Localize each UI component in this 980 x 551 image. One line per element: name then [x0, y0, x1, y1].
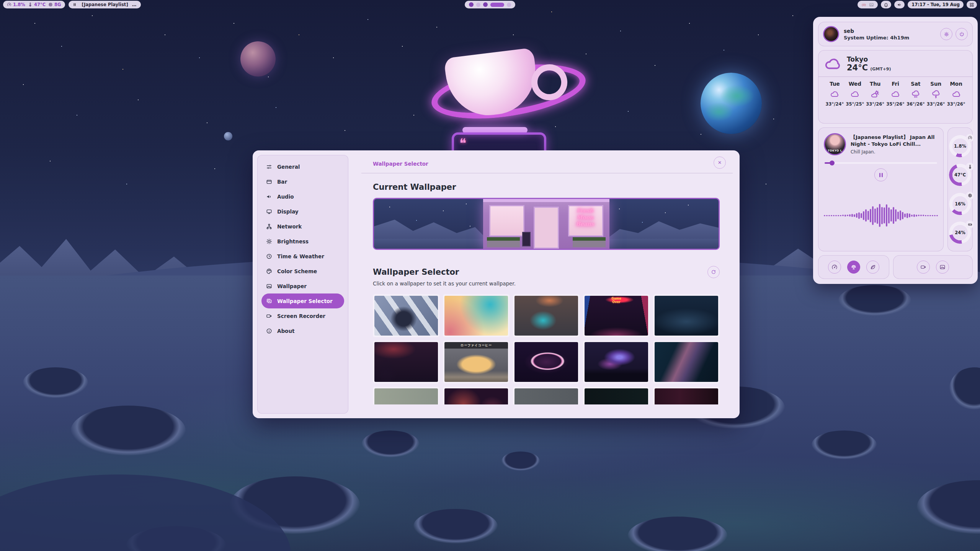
workspace-dot[interactable]: [483, 2, 488, 7]
sidebar-item-wallpaper[interactable]: Wallpaper: [261, 279, 344, 293]
wallpaper-tile[interactable]: [653, 387, 720, 404]
cloud-icon: [891, 90, 900, 99]
power-button[interactable]: [956, 28, 968, 40]
controller-tray-icon[interactable]: [861, 2, 866, 7]
current-wallpaper-preview[interactable]: Fresh Moon Beans: [373, 198, 720, 250]
wallpaper-thumbnail-crimson-forest: [374, 342, 438, 382]
gauge-icon: [7, 2, 11, 7]
wallpaper-tile[interactable]: ローファイコーヒー: [443, 341, 510, 383]
stat-ring-thermometer: 47°C: [949, 164, 971, 186]
power-profile-group: [818, 255, 889, 279]
bar-right-cluster: 17:17 - Tue, 19 Aug: [858, 1, 977, 8]
thermometer-icon: [28, 2, 33, 7]
disk-icon: [966, 220, 974, 228]
screen-record-button[interactable]: [917, 261, 930, 274]
sidebar-item-bar[interactable]: Bar: [261, 174, 344, 189]
wallpaper-tile[interactable]: [513, 294, 580, 337]
sidebar-item-color-scheme[interactable]: Color Scheme: [261, 264, 344, 279]
refresh-button[interactable]: [707, 266, 720, 278]
notifications-button[interactable]: [881, 1, 891, 8]
wallpaper-tile[interactable]: [653, 294, 720, 337]
quick-actions-row: [818, 255, 973, 279]
system-stats-chip[interactable]: 1.8% 47°C 8G: [3, 1, 65, 8]
refresh-icon: [711, 269, 716, 275]
storm-icon: [931, 90, 941, 99]
sidebar-item-wallpaper-selector[interactable]: Wallpaper Selector: [261, 293, 344, 308]
wallpaper-button[interactable]: [936, 261, 949, 274]
wallpaper-tile[interactable]: [373, 294, 439, 337]
wallpaper-thumbnail-lofi-coffee-shop: ローファイコーヒー: [444, 342, 508, 382]
system-tray[interactable]: [858, 1, 878, 8]
cloud-icon: [830, 90, 839, 99]
balanced-profile-button[interactable]: [847, 261, 860, 274]
sidebar-item-audio[interactable]: Audio: [261, 189, 344, 204]
stat-ring-chip: 16%: [949, 193, 971, 215]
divider: [361, 173, 733, 173]
purple-planet: [240, 41, 276, 77]
sidebar-item-about[interactable]: About: [261, 323, 344, 338]
cpu-usage: 1.8%: [13, 2, 25, 7]
performance-profile-button[interactable]: [828, 261, 841, 274]
pause-button[interactable]: [874, 168, 887, 181]
chip-icon: [48, 2, 53, 7]
workspace-dot[interactable]: [469, 2, 474, 7]
power-icon: [959, 31, 965, 37]
selector-header-row: Wallpaper Selector: [373, 266, 720, 278]
settings-main: Wallpaper Selector ✕ Current Wallpaper F…: [353, 150, 740, 418]
wallpaper-tile[interactable]: [583, 341, 650, 383]
cafe-window-left: [489, 205, 524, 236]
wallpaper-tile[interactable]: [513, 387, 580, 404]
media-player-chip[interactable]: 【Japanese Playlist】 J...: [69, 1, 141, 8]
sidebar-item-display[interactable]: Display: [261, 204, 344, 219]
chip-icon: [966, 192, 974, 200]
sidebar-item-brightness[interactable]: Brightness: [261, 234, 344, 249]
wallpaper-tile[interactable]: [443, 387, 510, 404]
workspace-indicator[interactable]: [465, 1, 515, 8]
selector-subtitle: Click on a wallpaper to set it as your c…: [373, 280, 720, 287]
wallpaper-tile[interactable]: [653, 341, 720, 383]
weather-forecast: Tue33°/24°Wed35°/25°Thu33°/26°Fri35°/26°…: [824, 77, 967, 107]
cafe-planter-left: [487, 237, 520, 247]
image-tray-icon[interactable]: [869, 2, 874, 7]
seek-thumb[interactable]: [830, 161, 835, 166]
wallpaper-tile[interactable]: [373, 341, 439, 383]
small-moon: [224, 132, 232, 140]
settings-button[interactable]: [940, 28, 952, 40]
sidebar-item-time-weather[interactable]: Time & Weather: [261, 249, 344, 264]
powersave-profile-button[interactable]: [866, 261, 879, 274]
avatar: [823, 26, 839, 42]
settings-window: GeneralBarAudioDisplayNetworkBrightnessT…: [253, 150, 740, 418]
volume-button[interactable]: [894, 1, 905, 8]
close-button[interactable]: ✕: [714, 156, 726, 169]
image-icon: [266, 283, 272, 289]
crater: [812, 430, 877, 459]
seek-slider[interactable]: [825, 162, 937, 164]
gear-icon: [944, 31, 949, 37]
sidebar-item-network[interactable]: Network: [261, 219, 344, 234]
workspace-active[interactable]: [490, 3, 504, 7]
sidebar-item-general[interactable]: General: [261, 159, 344, 174]
sidebar-item-screen-recorder[interactable]: Screen Recorder: [261, 308, 344, 323]
preview-stars: [374, 199, 375, 200]
wallpaper-tile[interactable]: [583, 387, 650, 404]
clock[interactable]: 17:17 - Tue, 19 Aug: [908, 1, 964, 8]
weather-timezone: (GMT+9): [870, 67, 891, 72]
crater: [628, 517, 727, 551]
wallpaper-tile[interactable]: [513, 341, 580, 383]
dashboard-panel: seb System Uptime: 4h19m Tokyo 24°C (GMT…: [813, 17, 978, 284]
workspace-dot[interactable]: [507, 3, 511, 7]
track-artist: Chill Japan.: [851, 149, 938, 155]
earth-planet: [701, 73, 762, 134]
wallpaper-tile[interactable]: [443, 294, 510, 337]
videocam-icon: [266, 313, 272, 319]
wallpaper-tile[interactable]: [373, 387, 439, 404]
wallpaper-thumbnail-pastel-gradient: [444, 296, 508, 336]
crater: [23, 367, 88, 398]
wallpaper-thumbnail-sage-field: [374, 388, 438, 404]
dashboard-toggle[interactable]: [967, 1, 977, 8]
crater: [501, 452, 540, 471]
monitor-icon: [266, 209, 272, 215]
wallpaper-tile[interactable]: Game Over: [583, 294, 650, 337]
workspace-dot[interactable]: [476, 3, 480, 7]
wallpaper-thumbnail-neon-arcade: Game Over: [585, 296, 648, 336]
